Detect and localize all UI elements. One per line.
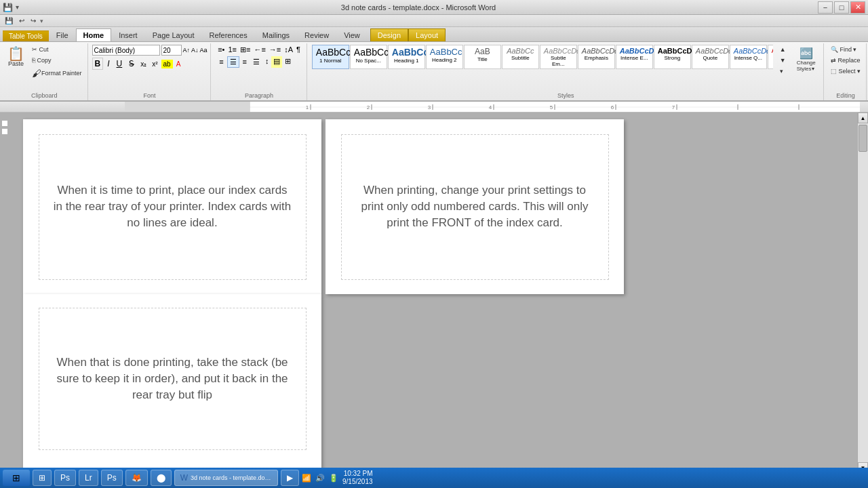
- borders-button[interactable]: ⊞: [283, 56, 293, 68]
- style-heading1-label: Heading 1: [392, 58, 421, 64]
- format-painter-button[interactable]: 🖌 Format Painter: [29, 66, 85, 80]
- font-size-input[interactable]: [161, 45, 182, 56]
- card-row-1: When it is time to print, place our inde…: [23, 119, 844, 294]
- title-bar: 💾 ▾ 3d note cards - template.docx - Micr…: [0, 0, 868, 15]
- sort-button[interactable]: ↕A: [283, 45, 294, 55]
- paragraph-row1: ≡• 1≡ ⊞≡ ←≡ →≡ ↕A ¶: [216, 45, 302, 55]
- taskbar-app-firefox[interactable]: 🦊: [125, 470, 148, 486]
- justify-button[interactable]: ☰: [250, 56, 262, 68]
- ribbon-toolbar: 📋 Paste ✂ Cut ⎘ Copy 🖌 Format Painter Cl…: [0, 42, 868, 102]
- maximize-button[interactable]: □: [834, 1, 849, 14]
- tab-view[interactable]: View: [336, 28, 368, 41]
- style-heading2[interactable]: AaBbCc Heading 2: [426, 45, 463, 69]
- start-button[interactable]: ⊞: [3, 470, 30, 486]
- svg-text:5: 5: [550, 104, 553, 110]
- shading-button[interactable]: ▤: [271, 56, 282, 68]
- italic-button[interactable]: I: [104, 58, 112, 70]
- style-title[interactable]: AaB Title: [464, 45, 501, 69]
- tab-layout[interactable]: Layout: [408, 28, 446, 41]
- underline-button[interactable]: U: [114, 58, 125, 70]
- taskbar-app-1[interactable]: ⊞: [33, 470, 52, 486]
- style-quote[interactable]: AaBbCcDc Quote: [692, 45, 729, 69]
- paste-button[interactable]: 📋 Paste: [4, 45, 28, 69]
- subscript-button[interactable]: x₂: [138, 60, 149, 68]
- align-left-button[interactable]: ≡: [216, 56, 226, 68]
- tab-mailings[interactable]: Mailings: [255, 28, 297, 41]
- tab-home[interactable]: Home: [76, 28, 112, 41]
- style-subtitle[interactable]: AaBbCc Subtitle: [502, 45, 539, 69]
- style-intense-quote[interactable]: AaBbCcDc Intense Q...: [730, 45, 767, 69]
- font-name-input[interactable]: [92, 45, 160, 56]
- show-formatting-button[interactable]: ¶: [295, 45, 302, 55]
- grow-font-btn[interactable]: A↑: [183, 47, 191, 54]
- tab-file[interactable]: File: [49, 28, 76, 41]
- taskbar-word-doc[interactable]: W 3d note cards - template.doc...: [174, 470, 278, 486]
- index-card-1[interactable]: When it is time to print, place our inde…: [39, 134, 307, 280]
- taskbar-app-2[interactable]: Ps: [54, 470, 76, 486]
- time-display: 10:32 PM: [342, 470, 373, 478]
- minimize-button[interactable]: −: [818, 1, 833, 14]
- taskbar-app-chrome[interactable]: ⬤: [151, 470, 172, 486]
- index-card-2[interactable]: When printing, change your print setting…: [341, 134, 609, 280]
- style-subtle-ref[interactable]: AaBbCcDc Subtle Ref...: [768, 45, 773, 69]
- close-button[interactable]: ✕: [850, 1, 865, 14]
- align-right-button[interactable]: ≡: [240, 56, 250, 68]
- tab-review[interactable]: Review: [297, 28, 336, 41]
- superscript-button[interactable]: x²: [150, 60, 159, 68]
- multilevel-button[interactable]: ⊞≡: [239, 45, 252, 55]
- numbering-button[interactable]: 1≡: [226, 45, 238, 55]
- style-strong[interactable]: AaBbCcDc Strong: [654, 45, 691, 69]
- taskbar-app-ps2[interactable]: Ps: [101, 470, 123, 486]
- bullets-button[interactable]: ≡•: [216, 45, 226, 55]
- find-button[interactable]: 🔍 Find ▾: [828, 45, 860, 54]
- index-card-3[interactable]: When that is done printing, take the sta…: [39, 308, 307, 450]
- styles-down-button[interactable]: ▼: [777, 56, 789, 65]
- style-subtitle-label: Subtitle: [506, 55, 535, 61]
- align-center-button[interactable]: ☰: [227, 56, 239, 68]
- strikethrough-button[interactable]: S̶: [126, 58, 137, 70]
- shrink-font-btn[interactable]: A↓: [191, 47, 199, 54]
- style-no-spacing[interactable]: AaBbCcDc No Spac...: [350, 45, 387, 69]
- scroll-up-button[interactable]: ▲: [858, 113, 868, 123]
- highlight-button[interactable]: ab: [161, 60, 173, 68]
- qa-more[interactable]: ▾: [40, 18, 43, 24]
- cut-button[interactable]: ✂ Cut: [29, 45, 85, 54]
- style-quote-preview: AaBbCcDc: [696, 47, 725, 55]
- bold-button[interactable]: B: [92, 58, 104, 70]
- style-heading1[interactable]: AaBbCc Heading 1: [388, 45, 425, 69]
- document-content[interactable]: When it is time to print, place our inde…: [9, 113, 857, 473]
- tab-references[interactable]: References: [201, 28, 254, 41]
- taskbar-app-lightroom[interactable]: Lr: [79, 470, 98, 486]
- replace-button[interactable]: ⇄ Replace: [828, 56, 863, 65]
- select-button[interactable]: ⬚ Select ▾: [828, 66, 863, 76]
- increase-indent-button[interactable]: →≡: [268, 45, 282, 55]
- styles-up-button[interactable]: ▲: [777, 45, 789, 54]
- font-color-button[interactable]: A: [174, 60, 183, 68]
- taskbar-lightroom-icon: Lr: [85, 473, 92, 483]
- styles-more-button[interactable]: ▾: [777, 66, 789, 76]
- styles-group: AaBbCcDc 1 Normal AaBbCcDc No Spac... Aa…: [309, 43, 824, 100]
- clear-format-btn[interactable]: Aa: [200, 47, 208, 54]
- undo-quick-btn[interactable]: ↩: [17, 16, 26, 25]
- tab-page-layout[interactable]: Page Layout: [145, 28, 202, 41]
- tab-design[interactable]: Design: [370, 28, 408, 41]
- change-styles-button[interactable]: 🔤 ChangeStyles▾: [793, 45, 820, 74]
- copy-button[interactable]: ⎘ Copy: [29, 56, 85, 65]
- style-emphasis[interactable]: AaBbCcDc Emphasis: [578, 45, 615, 69]
- style-subtle-em[interactable]: AaBbCcDc Subtle Em...: [540, 45, 577, 69]
- tab-insert[interactable]: Insert: [111, 28, 145, 41]
- card-1-text: When it is time to print, place our inde…: [53, 182, 292, 230]
- style-subtitle-preview: AaBbCc: [506, 47, 535, 55]
- scrollbar-thumb[interactable]: [859, 125, 867, 152]
- taskbar-vlc[interactable]: ▶: [281, 470, 299, 486]
- line-spacing-button[interactable]: ↕: [263, 56, 271, 68]
- redo-quick-btn[interactable]: ↪: [28, 16, 38, 25]
- style-intense-em[interactable]: AaBbCcDc Intense E...: [616, 45, 653, 69]
- styles-pane-btn: 🔤 ChangeStyles▾: [793, 45, 820, 74]
- style-normal[interactable]: AaBbCcDc 1 Normal: [312, 45, 349, 69]
- card-page-3: When that is done printing, take the sta…: [23, 294, 321, 469]
- save-quick-btn[interactable]: 💾: [3, 16, 15, 25]
- document-area: When it is time to print, place our inde…: [0, 113, 868, 473]
- decrease-indent-button[interactable]: ←≡: [252, 45, 267, 55]
- date-display: 9/15/2013: [342, 478, 373, 486]
